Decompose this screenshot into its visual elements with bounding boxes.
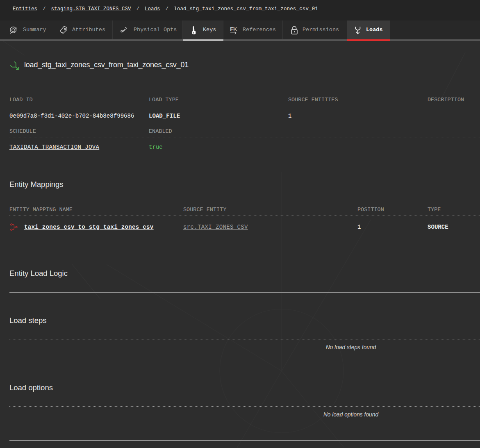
svg-text:K: K	[233, 25, 237, 32]
